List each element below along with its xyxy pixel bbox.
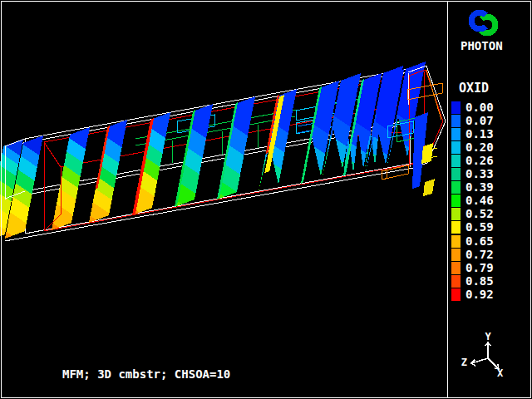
plot-caption: MFM; 3D cmbstr; CHSOA=10 <box>62 367 230 381</box>
legend-swatch <box>451 128 461 140</box>
legend-swatch <box>451 275 461 288</box>
legend-swatch <box>451 141 461 154</box>
legend-swatch <box>451 195 461 207</box>
legend-value: 0.33 <box>466 168 494 180</box>
legend-value: 0.72 <box>466 249 494 261</box>
legend-value: 0.13 <box>466 128 494 140</box>
legend-swatch <box>451 221 461 234</box>
app-name: PHOTON <box>461 39 503 52</box>
legend-value: 0.79 <box>466 262 494 274</box>
legend-value: 0.59 <box>466 221 494 234</box>
legend-value: 0.26 <box>466 155 494 167</box>
photon-window: Y Z X PHOTON OXID 0.000.070.130.200.260.… <box>0 0 532 399</box>
legend-title: OXID <box>459 81 489 96</box>
legend-swatch <box>451 208 461 220</box>
legend-swatch <box>451 235 461 248</box>
legend-swatch <box>451 262 461 274</box>
panel-divider <box>447 2 448 397</box>
legend-value: 0.92 <box>466 288 494 301</box>
legend-swatch <box>451 168 461 180</box>
legend-value: 0.20 <box>466 141 494 154</box>
legend-swatch <box>451 155 461 167</box>
legend-value: 0.00 <box>466 101 494 114</box>
legend-swatch <box>451 115 461 127</box>
legend-value: 0.65 <box>466 235 494 248</box>
legend-swatch <box>451 249 461 261</box>
legend-value: 0.07 <box>466 115 494 127</box>
legend-swatch <box>451 101 461 114</box>
legend-value: 0.46 <box>466 195 494 207</box>
legend-value: 0.39 <box>466 181 494 194</box>
legend-value: 0.85 <box>466 275 494 288</box>
legend-swatch <box>451 288 461 301</box>
legend-value: 0.52 <box>466 208 494 220</box>
legend-swatch <box>451 181 461 194</box>
